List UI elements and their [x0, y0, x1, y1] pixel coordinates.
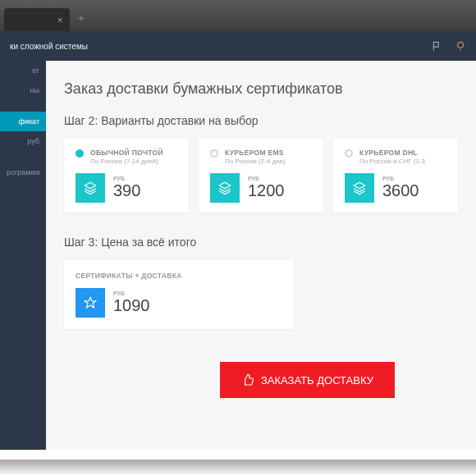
delivery-option[interactable]: КУРЬЕРОМ DHL По России и СНГ (1-3 РУБ360…	[333, 139, 458, 213]
sidebar-item[interactable]: ны	[0, 80, 46, 100]
browser-tabs: × +	[0, 0, 476, 31]
app-title: ки сложной системы	[10, 42, 88, 51]
total-card: СЕРТИФИКАТЫ + ДОСТАВКА РУБ1090	[64, 260, 294, 329]
sidebar-item[interactable]: рограмма	[0, 162, 46, 182]
currency: РУБ	[382, 176, 419, 181]
star-icon	[76, 288, 105, 318]
option-sub: По России (7-14 дней)	[90, 158, 163, 165]
layers-icon	[76, 173, 105, 203]
sidebar-item[interactable]: руб	[0, 131, 46, 151]
bulb-icon[interactable]	[455, 40, 466, 52]
option-sub: По России и СНГ (1-3	[359, 158, 425, 165]
layers-icon	[345, 173, 374, 203]
price: 3600	[382, 181, 419, 199]
step3-heading: Шаг 3: Цена за всё итого	[64, 236, 458, 249]
step2-heading: Шаг 2: Варианты доставки на выбор	[64, 114, 458, 127]
total-label: СЕРТИФИКАТЫ + ДОСТАВКА	[76, 272, 282, 280]
delivery-option[interactable]: ОБЫЧНОЙ ПОЧТОЙ По России (7-14 дней) РУБ…	[64, 139, 189, 213]
thumbs-up-icon	[241, 373, 254, 387]
radio-selected[interactable]	[76, 149, 84, 158]
layers-icon	[210, 173, 240, 203]
svg-point-0	[458, 42, 464, 48]
window-shadow	[0, 460, 476, 476]
main-content: Заказ доставки бумажных сертификатов Шаг…	[46, 61, 476, 450]
total-price: 1090	[113, 296, 150, 314]
browser-tab[interactable]: ×	[4, 8, 70, 31]
order-label: ЗАКАЗАТЬ ДОСТАВКУ	[261, 374, 373, 387]
currency: РУБ	[248, 176, 285, 181]
price: 390	[113, 181, 140, 199]
option-title: КУРЬЕРОМ DHL	[359, 149, 425, 157]
option-sub: По России (2-4 дня)	[225, 158, 286, 165]
order-button[interactable]: ЗАКАЗАТЬ ДОСТАВКУ	[220, 362, 395, 398]
price: 1200	[248, 181, 285, 199]
delivery-options: ОБЫЧНОЙ ПОЧТОЙ По России (7-14 дней) РУБ…	[64, 139, 458, 213]
delivery-option[interactable]: КУРЬЕРОМ EMS По России (2-4 дня) РУБ1200	[199, 139, 323, 213]
currency: РУБ	[113, 291, 150, 296]
flag-icon[interactable]	[432, 40, 443, 52]
currency: РУБ	[113, 176, 140, 181]
close-icon[interactable]: ×	[57, 14, 63, 26]
option-title: ОБЫЧНОЙ ПОЧТОЙ	[90, 149, 163, 157]
sidebar-item[interactable]: ет	[0, 61, 46, 80]
app-topbar: ки сложной системы	[0, 31, 476, 61]
sidebar: ет ны фикат руб рограмма	[0, 31, 46, 450]
radio[interactable]	[210, 149, 218, 158]
radio[interactable]	[345, 149, 353, 158]
option-title: КУРЬЕРОМ EMS	[225, 149, 286, 157]
page-title: Заказ доставки бумажных сертификатов	[64, 80, 458, 98]
sidebar-item-active[interactable]: фикат	[0, 112, 46, 131]
new-tab-button[interactable]: +	[78, 11, 85, 25]
